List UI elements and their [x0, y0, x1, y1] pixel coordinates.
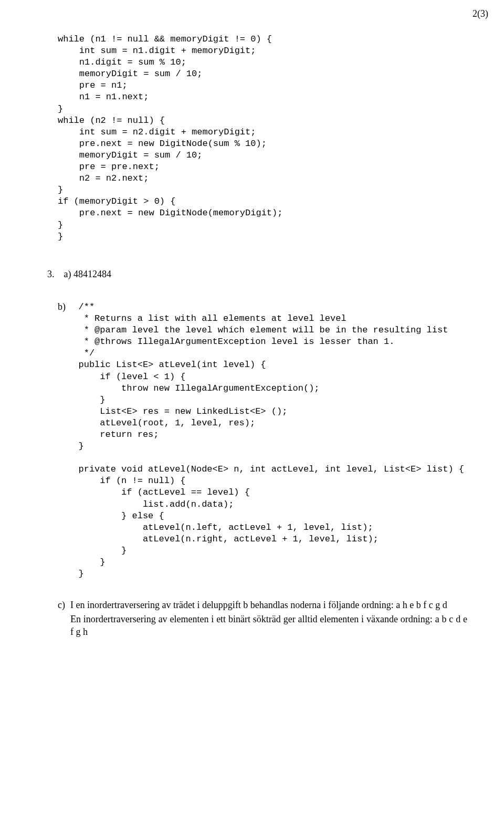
code-listing-1: while (n1 != null && memoryDigit != 0) {… — [58, 34, 467, 243]
q3a-value: 48412484 — [74, 269, 111, 279]
q3b-label: b) — [58, 300, 66, 313]
page: 2(3) while (n1 != null && memoryDigit !=… — [0, 0, 504, 826]
question-3a: 3. a) 48412484 — [47, 268, 467, 280]
question-3c: c) I en inordertraversering av trädet i … — [58, 599, 467, 639]
q3c-paragraph-2: En inordertraversering av elementen i et… — [70, 613, 467, 639]
q3c-paragraph-1: I en inordertraversering av trädet i del… — [70, 599, 467, 611]
code-listing-2: /** * Returns a list with all elements a… — [79, 301, 465, 580]
page-number: 2(3) — [472, 7, 488, 20]
question-3: 3. a) 48412484 b) /** * Returns a list w… — [37, 268, 467, 639]
q3a-label: a) — [64, 268, 71, 280]
q3c-label: c) — [58, 599, 70, 611]
q3-label: 3. — [47, 268, 55, 280]
code-block-1: while (n1 != null && memoryDigit != 0) {… — [58, 34, 467, 243]
question-3b: b) /** * Returns a list with all element… — [58, 300, 467, 580]
q3c-body: I en inordertraversering av trädet i del… — [70, 599, 467, 638]
